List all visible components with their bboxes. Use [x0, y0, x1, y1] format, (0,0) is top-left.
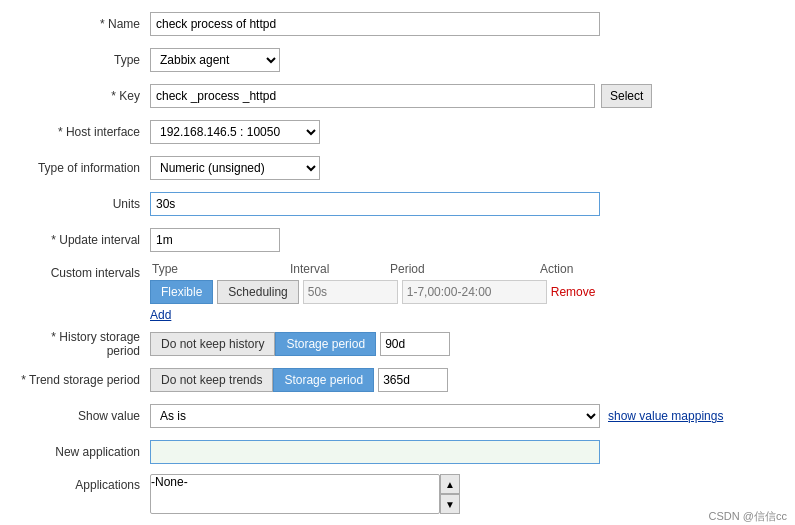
- history-no-keep-button[interactable]: Do not keep history: [150, 332, 275, 356]
- apps-scroll-up-button[interactable]: ▲: [440, 474, 460, 494]
- type-of-info-label: Type of information: [20, 161, 150, 175]
- update-interval-row: Update interval: [20, 226, 775, 254]
- ci-col-interval-label: Interval: [290, 262, 390, 276]
- trend-value-input[interactable]: [378, 368, 448, 392]
- units-label: Units: [20, 197, 150, 211]
- form-container: Name Type Zabbix agent Key Select Host i…: [0, 0, 795, 525]
- applications-wrapper: -None- ▲ ▼: [150, 474, 460, 514]
- key-input[interactable]: [150, 84, 595, 108]
- name-row: Name: [20, 10, 775, 38]
- type-of-info-select[interactable]: Numeric (unsigned): [150, 156, 320, 180]
- show-value-row: Show value As is show value mappings: [20, 402, 775, 430]
- flexible-button[interactable]: Flexible: [150, 280, 213, 304]
- show-value-label: Show value: [20, 409, 150, 423]
- custom-intervals-label: Custom intervals: [20, 262, 150, 280]
- apps-scroll-down-button[interactable]: ▼: [440, 494, 460, 514]
- trend-storage-button[interactable]: Storage period: [273, 368, 374, 392]
- scheduling-button[interactable]: Scheduling: [217, 280, 298, 304]
- update-interval-input[interactable]: [150, 228, 280, 252]
- interval-input[interactable]: [303, 280, 398, 304]
- key-row: Key Select: [20, 82, 775, 110]
- history-label: History storage period: [20, 330, 150, 358]
- applications-label: Applications: [20, 474, 150, 492]
- history-storage-group: Do not keep history Storage period: [150, 332, 450, 356]
- type-row: Type Zabbix agent: [20, 46, 775, 74]
- intervals-header: Type Interval Period Action: [150, 262, 610, 276]
- key-select-button[interactable]: Select: [601, 84, 652, 108]
- host-interface-label: Host interface: [20, 125, 150, 139]
- add-link[interactable]: Add: [150, 308, 610, 322]
- host-interface-select[interactable]: 192.168.146.5 : 10050: [150, 120, 320, 144]
- show-value-mappings-link[interactable]: show value mappings: [608, 409, 723, 423]
- period-input[interactable]: [402, 280, 547, 304]
- applications-row: Applications -None- ▲ ▼: [20, 474, 775, 514]
- trend-row: Trend storage period Do not keep trends …: [20, 366, 775, 394]
- custom-intervals-row: Custom intervals Type Interval Period Ac…: [20, 262, 775, 322]
- type-label: Type: [20, 53, 150, 67]
- new-application-input[interactable]: [150, 440, 600, 464]
- show-value-select[interactable]: As is: [150, 404, 600, 428]
- host-interface-row: Host interface 192.168.146.5 : 10050: [20, 118, 775, 146]
- name-input[interactable]: [150, 12, 600, 36]
- key-label: Key: [20, 89, 150, 103]
- ci-col-action-label: Action: [540, 262, 610, 276]
- trend-no-keep-button[interactable]: Do not keep trends: [150, 368, 273, 392]
- intervals-row-1: Flexible Scheduling Remove: [150, 280, 610, 304]
- update-interval-label: Update interval: [20, 233, 150, 247]
- history-row: History storage period Do not keep histo…: [20, 330, 775, 358]
- watermark: CSDN @信信cc: [709, 509, 787, 524]
- history-value-input[interactable]: [380, 332, 450, 356]
- units-input[interactable]: [150, 192, 600, 216]
- trend-storage-group: Do not keep trends Storage period: [150, 368, 448, 392]
- units-row: Units: [20, 190, 775, 218]
- type-select[interactable]: Zabbix agent: [150, 48, 280, 72]
- trend-label: Trend storage period: [20, 373, 150, 387]
- name-label: Name: [20, 17, 150, 31]
- ci-col-period-label: Period: [390, 262, 540, 276]
- remove-button[interactable]: Remove: [551, 285, 596, 299]
- new-application-label: New application: [20, 445, 150, 459]
- custom-intervals-table: Type Interval Period Action Flexible Sch…: [150, 262, 610, 322]
- history-storage-button[interactable]: Storage period: [275, 332, 376, 356]
- applications-select[interactable]: -None-: [150, 474, 440, 514]
- ci-col-type-label: Type: [150, 262, 290, 276]
- new-application-row: New application: [20, 438, 775, 466]
- type-of-info-row: Type of information Numeric (unsigned): [20, 154, 775, 182]
